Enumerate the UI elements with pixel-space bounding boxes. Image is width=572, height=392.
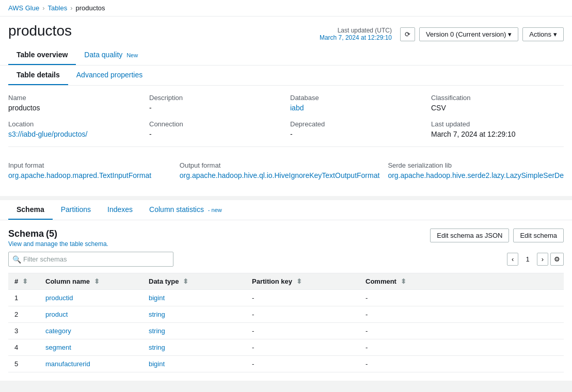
schema-tabs: Schema Partitions Indexes Column statist… (0, 200, 572, 220)
detail-name: Name productos (8, 94, 141, 112)
detail-location-value: s3://iabd-glue/productos/ (8, 130, 141, 138)
schema-tab-partitions[interactable]: Partitions (53, 200, 99, 220)
detail-input-format-link[interactable]: org.apache.hadoop.mapred.TextInputFormat (8, 171, 151, 179)
tab-table-overview-label: Table overview (17, 51, 68, 59)
detail-classification-value: CSV (431, 104, 564, 112)
cell-partition-1: - (246, 306, 359, 323)
pagination: ‹ 1 › ⚙ (507, 253, 564, 266)
cell-type-4: bigint (142, 356, 246, 372)
col-name-link-1[interactable]: product (45, 311, 68, 318)
cell-comment-3: - (359, 339, 564, 356)
detail-name-label: Name (8, 94, 141, 102)
breadcrumb-sep-1: › (42, 4, 44, 12)
prev-page-button[interactable]: ‹ (507, 253, 518, 266)
actions-label: Actions (529, 30, 551, 38)
filter-input-wrap: 🔍 (8, 252, 173, 267)
cell-comment-2: - (359, 323, 564, 339)
cell-name-0: productid (39, 290, 142, 306)
detail-description: Description - (149, 94, 282, 112)
actions-chevron-icon: ▾ (553, 30, 557, 38)
version-selector[interactable]: Version 0 (Current version) ▾ (419, 27, 518, 41)
content-area: Table details Advanced properties Name p… (0, 66, 572, 196)
col-header-num: # ⬍ (8, 273, 39, 290)
version-label: Version 0 (Current version) (426, 30, 506, 38)
schema-title-area: Schema (5) View and manage the table sch… (8, 228, 108, 248)
detail-location-label: Location (8, 120, 141, 128)
breadcrumb-aws-glue[interactable]: AWS Glue (8, 4, 39, 12)
schema-subtitle: View and manage the table schema. (8, 240, 108, 248)
col-header-comment: Comment ⬍ (359, 273, 564, 290)
refresh-button[interactable]: ⟳ (400, 27, 415, 41)
breadcrumb-sep-2: › (70, 4, 72, 12)
edit-schema-button[interactable]: Edit schema (513, 228, 564, 242)
edit-schema-json-button[interactable]: Edit schema as JSON (430, 228, 509, 242)
page-title: productos (8, 23, 72, 45)
col-name-link-2[interactable]: category (45, 327, 71, 335)
detail-connection-value: - (149, 130, 282, 138)
details-grid-row2: Location s3://iabd-glue/productos/ Conne… (8, 120, 564, 138)
cell-partition-3: - (246, 339, 359, 356)
sub-tab-table-details[interactable]: Table details (8, 66, 68, 85)
detail-output-format-label: Output format (180, 161, 380, 169)
header-right: Last updated (UTC) March 7, 2024 at 12:2… (320, 27, 564, 41)
cell-comment-1: - (359, 306, 564, 323)
detail-classification-label: Classification (431, 94, 564, 102)
detail-database-value: iabd (290, 104, 423, 112)
col-header-partition-key: Partition key ⬍ (246, 273, 359, 290)
cell-type-2: string (142, 323, 246, 339)
cell-partition-0: - (246, 290, 359, 306)
detail-serde-value: org.apache.hadoop.hive.serde2.lazy.LazyS… (388, 171, 564, 179)
detail-description-value: - (149, 104, 282, 112)
actions-button[interactable]: Actions ▾ (522, 27, 564, 41)
details-grid-row1: Name productos Description - Database ia… (8, 94, 564, 112)
cell-num-4: 5 (8, 356, 39, 372)
col-name-link-3[interactable]: segment (45, 344, 71, 351)
cell-partition-2: - (246, 323, 359, 339)
detail-location: Location s3://iabd-glue/productos/ (8, 120, 141, 138)
detail-output-format-link[interactable]: org.apache.hadoop.hive.ql.io.HiveIgnoreK… (180, 171, 380, 179)
table-details-section: Name productos Description - Database ia… (8, 86, 564, 196)
next-page-button[interactable]: › (537, 253, 548, 266)
detail-database: Database iabd (290, 94, 423, 112)
schema-tab-indexes[interactable]: Indexes (99, 200, 141, 220)
cell-num-0: 1 (8, 290, 39, 306)
sort-icon-num: ⬍ (22, 277, 28, 285)
detail-serde-link[interactable]: org.apache.hadoop.hive.serde2.lazy.LazyS… (388, 171, 564, 179)
last-updated-date: March 7, 2024 at 12:29:10 (320, 34, 392, 41)
filter-schemas-input[interactable] (8, 252, 173, 267)
cell-type-3: string (142, 339, 246, 356)
cell-type-0: bigint (142, 290, 246, 306)
page-number: 1 (520, 253, 534, 265)
last-updated-label: Last updated (UTC) (320, 27, 392, 34)
table-settings-button[interactable]: ⚙ (550, 253, 564, 266)
breadcrumb: AWS Glue › Tables › productos (0, 0, 572, 17)
col-header-data-type: Data type ⬍ (142, 273, 246, 290)
detail-deprecated: Deprecated - (290, 120, 423, 138)
detail-last-updated-label: Last updated (431, 120, 564, 128)
col-header-column-name: Column name ⬍ (39, 273, 142, 290)
detail-input-format-label: Input format (8, 161, 171, 169)
sub-tab-advanced-properties[interactable]: Advanced properties (68, 66, 151, 85)
detail-serde-label: Serde serialization lib (388, 161, 564, 169)
last-updated-info: Last updated (UTC) March 7, 2024 at 12:2… (320, 27, 392, 41)
tab-data-quality-label: Data quality (84, 51, 122, 59)
cell-comment-4: - (359, 356, 564, 372)
schema-buttons: Edit schema as JSON Edit schema (430, 228, 564, 242)
schema-tab-schema[interactable]: Schema (8, 200, 53, 220)
schema-count: (5) (46, 228, 57, 239)
col-name-link-4[interactable]: manufacturerid (45, 360, 90, 368)
tab-data-quality[interactable]: Data quality New (76, 45, 146, 65)
tab-table-overview[interactable]: Table overview (8, 45, 76, 65)
search-icon: 🔍 (12, 255, 21, 264)
detail-description-label: Description (149, 94, 282, 102)
detail-input-format: Input format org.apache.hadoop.mapred.Te… (8, 161, 171, 179)
detail-database-link[interactable]: iabd (290, 104, 304, 112)
detail-location-link[interactable]: s3://iabd-glue/productos/ (8, 130, 87, 138)
col-name-link-0[interactable]: productid (45, 294, 73, 302)
cell-name-3: segment (39, 339, 142, 356)
detail-output-format: Output format org.apache.hadoop.hive.ql.… (180, 161, 380, 179)
breadcrumb-tables[interactable]: Tables (48, 4, 68, 12)
schema-table: # ⬍ Column name ⬍ Data type ⬍ Partition … (8, 273, 564, 372)
schema-content: Schema (5) View and manage the table sch… (0, 220, 572, 381)
schema-tab-column-statistics[interactable]: Column statistics - new (141, 200, 230, 220)
